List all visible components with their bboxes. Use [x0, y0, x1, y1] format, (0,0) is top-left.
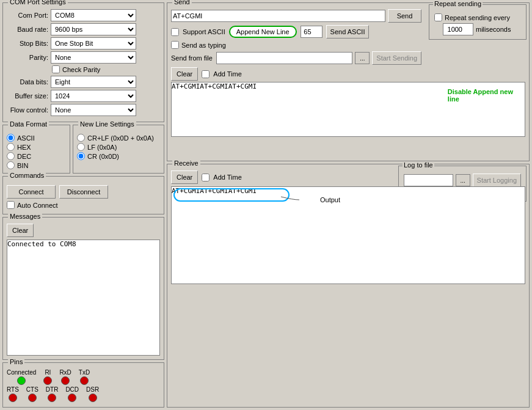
receive-textarea[interactable]: AT+CGMIAT+CGMIAT+CGMI: [171, 186, 525, 284]
led-rxd: [61, 376, 70, 385]
hex-radio[interactable]: [7, 143, 15, 151]
hex-label: HEX: [17, 144, 31, 151]
auto-connect-checkbox[interactable]: [7, 201, 15, 209]
support-ascii-label: Support ASCII: [183, 28, 225, 35]
messages-textarea[interactable]: Connected to COM8: [7, 240, 160, 356]
pin-txd: TxD: [79, 369, 90, 385]
data-format-group: Data Format ASCII HEX DEC: [2, 125, 70, 174]
baud-label: Baud rate:: [7, 26, 48, 33]
repeat-sending-checkbox[interactable]: [434, 13, 442, 21]
commands-group: Commands Connect Disconnect Auto Connect: [2, 176, 164, 214]
pin-connected: Connected: [7, 369, 36, 385]
send-as-typing-label: Send as typing: [181, 42, 226, 49]
commands-title: Commands: [8, 172, 46, 179]
buffer-label: Buffer size:: [7, 92, 48, 100]
data-format-title: Data Format: [8, 120, 49, 128]
data-bits-select[interactable]: Eight: [51, 76, 136, 88]
flow-select[interactable]: None: [51, 104, 136, 116]
repeat-sending-group: Repeat sending Repeat sending every mili…: [429, 4, 527, 40]
messages-title: Messages: [8, 213, 42, 220]
pin-dsr: DSR: [86, 386, 99, 402]
pins-title: Pins: [8, 358, 24, 365]
pin-dtr: DTR: [46, 386, 59, 402]
pin-rxd: RxD: [59, 369, 71, 385]
pin-dcd: DCD: [65, 386, 79, 402]
send-button[interactable]: Send: [388, 9, 421, 23]
start-logging-button[interactable]: Start Logging: [473, 174, 521, 187]
send-textarea[interactable]: AT+CGMIAT+CGMIAT+CGMI: [171, 82, 525, 137]
led-rts: [9, 394, 17, 402]
led-cts: [28, 394, 37, 402]
send-file-browse-button[interactable]: ...: [355, 52, 370, 64]
cr-label: CR (0x0D): [87, 153, 119, 160]
baud-rate-select[interactable]: 9600 bps: [51, 23, 136, 35]
pin-ri: RI: [43, 369, 52, 385]
repeat-sending-title: Repeat sending: [433, 0, 483, 7]
stop-bits-select[interactable]: One Stop Bit: [51, 37, 136, 49]
receive-title: Receive: [172, 159, 200, 167]
log-file-input[interactable]: [404, 174, 453, 186]
led-connected: [17, 376, 26, 385]
repeat-sending-label: Repeat sending every: [445, 14, 510, 21]
ascii-value-input[interactable]: [301, 26, 322, 38]
check-parity-checkbox[interactable]: [52, 65, 60, 73]
messages-clear-button[interactable]: Clear: [7, 224, 34, 237]
bin-radio[interactable]: [7, 161, 15, 169]
ascii-radio[interactable]: [7, 134, 15, 142]
new-line-group: New Line Settings CR+LF (0x0D + 0x0A) LF…: [73, 125, 164, 174]
com-port-select[interactable]: COM8: [51, 9, 136, 21]
send-add-time-checkbox[interactable]: [202, 70, 210, 78]
log-file-browse-button[interactable]: ...: [456, 174, 470, 186]
check-parity-label: Check Parity: [62, 66, 100, 73]
send-clear-button[interactable]: Clear: [171, 67, 198, 81]
send-input[interactable]: [171, 10, 385, 22]
dec-label: DEC: [17, 153, 31, 160]
crlf-label: CR+LF (0x0D + 0x0A): [87, 134, 154, 142]
auto-connect-label: Auto Connect: [17, 202, 58, 209]
crlf-radio[interactable]: [77, 134, 85, 142]
send-as-typing-checkbox[interactable]: [171, 41, 179, 49]
connect-button[interactable]: Connect: [7, 185, 56, 199]
led-dsr: [89, 394, 97, 402]
buffer-select[interactable]: 1024: [51, 90, 136, 102]
start-sending-button[interactable]: Start Sending: [372, 51, 421, 65]
led-dtr: [48, 394, 56, 402]
lf-label: LF (0x0A): [87, 144, 117, 151]
parity-label: Parity:: [7, 54, 48, 61]
send-file-input[interactable]: [216, 52, 352, 64]
cr-radio[interactable]: [77, 152, 85, 160]
receive-clear-button[interactable]: Clear: [171, 170, 198, 184]
disconnect-button[interactable]: Disconnect: [59, 185, 108, 199]
pin-rts: RTS: [7, 386, 19, 402]
repeat-interval-input[interactable]: [443, 23, 473, 35]
pin-cts: CTS: [26, 386, 38, 402]
lf-radio[interactable]: [77, 143, 85, 151]
send-ascii-button[interactable]: Send ASCII: [326, 25, 370, 38]
receive-group: Receive Log to file ... Start Logging Ap…: [167, 164, 530, 408]
flow-label: Flow control:: [7, 106, 48, 114]
send-from-file-label: Send from file: [171, 54, 213, 62]
send-group: Send Repeat sending Repeat sending every…: [167, 2, 530, 161]
send-add-time-label: Add Time: [213, 70, 241, 78]
pins-group: Pins Connected RI RxD TxD: [2, 362, 164, 408]
led-ri: [43, 376, 52, 385]
com-port-settings: COM Port Settings Com Port: COM8 Baud ra…: [2, 2, 164, 122]
parity-select[interactable]: None: [51, 51, 136, 64]
data-bits-label: Data bits:: [7, 78, 48, 86]
messages-group: Messages Clear Connected to COM8: [2, 217, 164, 360]
ms-label: miliseconds: [476, 26, 511, 33]
log-title: Log to file: [403, 161, 434, 169]
bin-label: BIN: [17, 162, 28, 169]
support-ascii-checkbox[interactable]: [171, 28, 179, 36]
led-dcd: [68, 394, 76, 402]
led-txd: [80, 376, 89, 385]
send-title: Send: [172, 0, 192, 5]
receive-add-time-checkbox[interactable]: [202, 174, 210, 181]
ascii-label: ASCII: [17, 134, 35, 142]
stop-bits-label: Stop Bits:: [7, 40, 48, 47]
dec-radio[interactable]: [7, 152, 15, 160]
append-new-line-button[interactable]: Append New Line: [229, 26, 297, 38]
receive-add-time-label: Add Time: [213, 174, 241, 181]
com-port-title: COM Port Settings: [8, 0, 68, 5]
new-line-title: New Line Settings: [78, 120, 136, 128]
